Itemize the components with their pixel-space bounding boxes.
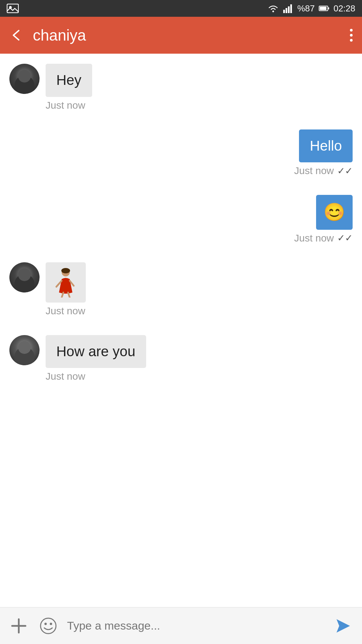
message-content-5: How are you Just now	[46, 335, 146, 382]
sticker-svg	[52, 267, 79, 298]
add-attachment-button[interactable]	[8, 615, 29, 637]
message-group-4: Just now	[9, 262, 353, 317]
more-options-button[interactable]	[350, 29, 353, 42]
message-content-1: Hey Just now	[46, 64, 92, 111]
wifi-icon	[267, 4, 279, 13]
battery-text: %87	[297, 3, 315, 14]
emoji-icon	[40, 617, 57, 635]
svg-rect-9	[320, 7, 326, 10]
bubble-5: How are you	[46, 335, 146, 368]
svg-point-18	[41, 618, 56, 634]
send-button[interactable]	[333, 615, 354, 637]
time-display: 02:28	[334, 3, 355, 14]
plus-icon	[10, 617, 27, 635]
timestamp-5: Just now	[46, 371, 85, 382]
double-check-3: ✓✓	[337, 232, 353, 244]
svg-rect-0	[7, 4, 18, 13]
chat-title: chaniya	[33, 26, 350, 44]
message-group-3: 😊 Just now ✓✓	[9, 195, 353, 244]
svg-point-20	[50, 623, 52, 625]
timestamp-row-5: Just now	[46, 371, 146, 382]
timestamp-1: Just now	[46, 100, 85, 111]
svg-point-2	[272, 11, 274, 12]
dot2	[350, 34, 353, 37]
bubble-4	[46, 262, 86, 303]
chat-area: Hey Just now Hello Just now ✓✓ 😊 Just no…	[0, 54, 362, 607]
emoji-button[interactable]	[38, 615, 59, 637]
status-bar-left	[7, 4, 19, 13]
message-input[interactable]	[67, 619, 324, 632]
input-bar	[0, 607, 362, 644]
timestamp-row-1: Just now	[46, 100, 92, 111]
svg-marker-21	[337, 619, 350, 633]
image-icon	[7, 4, 19, 13]
message-group-1: Hey Just now	[9, 64, 353, 111]
timestamp-row-2: Just now ✓✓	[294, 165, 353, 176]
svg-rect-3	[283, 10, 285, 13]
send-icon	[335, 617, 352, 635]
bubble-3: 😊	[316, 195, 353, 230]
avatar-5	[9, 335, 40, 365]
timestamp-2: Just now	[294, 165, 334, 176]
bubble-1: Hey	[46, 64, 92, 97]
message-group-5: How are you Just now	[9, 335, 353, 382]
timestamp-row-4: Just now	[46, 305, 86, 317]
avatar-1	[9, 64, 40, 94]
svg-rect-6	[290, 4, 292, 13]
svg-point-11	[61, 268, 70, 273]
avatar-image-5	[9, 335, 40, 365]
back-button[interactable]	[9, 29, 23, 42]
bubble-2: Hello	[299, 129, 353, 163]
timestamp-row-3: Just now ✓✓	[294, 232, 353, 244]
app-bar: chaniya	[0, 17, 362, 54]
avatar-image-1	[9, 64, 40, 94]
message-group-2: Hello Just now ✓✓	[9, 129, 353, 177]
double-check-2: ✓✓	[337, 165, 353, 176]
svg-point-19	[45, 623, 47, 625]
avatar-image-4	[9, 262, 40, 292]
message-content-4: Just now	[46, 262, 86, 317]
avatar-4	[9, 262, 40, 292]
timestamp-4: Just now	[46, 305, 85, 317]
dot3	[350, 39, 353, 42]
status-bar-right: %87 02:28	[267, 3, 355, 14]
battery-icon	[319, 5, 329, 12]
signal-icon	[283, 4, 293, 13]
svg-rect-5	[288, 6, 290, 13]
status-bar: %87 02:28	[0, 0, 362, 17]
timestamp-3: Just now	[294, 232, 334, 244]
dot1	[350, 29, 353, 32]
message-content-3: 😊 Just now ✓✓	[294, 195, 353, 244]
svg-rect-8	[328, 7, 329, 9]
svg-rect-4	[286, 8, 287, 13]
message-content-2: Hello Just now ✓✓	[294, 129, 353, 177]
